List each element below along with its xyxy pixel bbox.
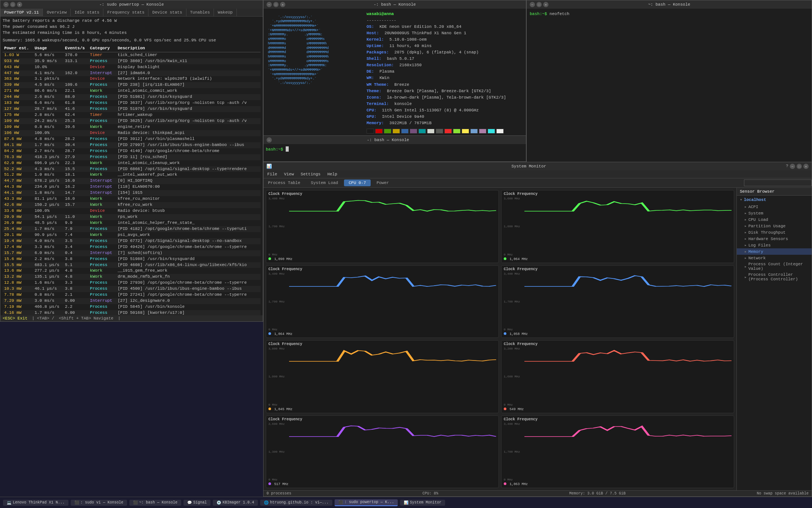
sysmon-close-btn[interactable]: ✕ — [803, 164, 809, 169]
sidebar-item-9[interactable]: ▸Network — [737, 255, 812, 261]
nf-val-15: 3922MiB / 7679MiB — [389, 120, 432, 126]
tab-wakeup[interactable]: WakeUp — [214, 9, 237, 16]
menu-view[interactable]: View — [282, 171, 295, 177]
taskbar-app-3[interactable]: 💬 Signal — [183, 500, 211, 506]
sysmon-win-controls[interactable]: ? ─ □ ✕ — [786, 164, 809, 169]
taskbar-app-7[interactable]: 📊 System Monitor — [400, 500, 445, 506]
taskbar-app-1[interactable]: ⬛ : sudo vi — Konsole — [71, 500, 127, 506]
y-max-0: 3,400 MHz — [268, 197, 288, 200]
cell-7-0: 244 mW — [3, 94, 33, 100]
freq-val-2: 1,064 MHz — [274, 332, 292, 336]
cell-20-0: 51.2 mW — [3, 172, 33, 178]
tab-cpu[interactable]: CPU 0-7 — [344, 179, 370, 186]
nf-val-11: la-brown-dark [Plasma], Tela-brown-dark … — [387, 94, 506, 101]
rp-win-controls[interactable]: ─ □ ✕ — [530, 2, 548, 7]
cell-35-2: 5.1 — [64, 262, 88, 268]
rp-maximize-btn[interactable]: □ — [536, 2, 542, 7]
cpu-graph-7: Clock Frequency 3,400 MHz 1,700 MHz 0 MH… — [501, 415, 734, 488]
menu-help[interactable]: Help — [326, 171, 339, 177]
sysmon-search-input[interactable] — [744, 179, 812, 186]
cpu-ylabels-5: 3,200 MHz 1,600 MHz 0 MHz — [504, 347, 524, 406]
statusbar-tab: | <TAB> / — [32, 316, 54, 321]
nf-close-btn[interactable]: ✕ — [280, 2, 285, 7]
cell-41-3: Interrupt — [88, 298, 116, 304]
bb-minimize-btn[interactable]: ─ — [267, 137, 272, 143]
color-block-10 — [453, 129, 461, 134]
taskbar-icon-3: 💬 — [187, 500, 192, 505]
freq-dot-4 — [268, 408, 271, 410]
tab-powertop-version[interactable]: PowerTOP v2.11 — [0, 9, 43, 16]
tab-tunables[interactable]: Tunables — [186, 9, 214, 16]
taskbar-app-2[interactable]: ⬛ ~: bash — Konsole — [129, 500, 181, 506]
window-controls[interactable]: ─ □ ✕ — [3, 2, 22, 7]
sidebar-item-3[interactable]: ▸CPU Load — [737, 216, 812, 223]
cell-19-0: 52.2 mW — [3, 166, 33, 172]
freq-dot-1 — [504, 257, 506, 260]
taskbar-icon-6: ⬛ — [338, 500, 343, 505]
taskbar-label-6: : sudo powertop — K... — [344, 500, 394, 504]
tab-process-table[interactable]: Process Table — [264, 179, 305, 186]
neofetch-win-controls[interactable]: ─ □ ✕ — [267, 2, 285, 7]
nf-val-0: KDE neon User Edition 5.20 x86_64 — [379, 24, 461, 30]
sidebar-item-10[interactable]: ▸Process Count (Integer Value) — [737, 261, 812, 272]
bb-win-controls[interactable]: ─ — [267, 137, 272, 143]
sidebar-item-0[interactable]: ▾localhost — [737, 196, 812, 204]
tab-system-load[interactable]: System Load — [306, 179, 343, 186]
cell-11-2: 25.3 — [64, 118, 88, 124]
tab-overview[interactable]: Overview — [43, 9, 71, 16]
tab-device-stats[interactable]: Device stats — [148, 9, 186, 16]
close-btn[interactable]: ✕ — [17, 2, 22, 7]
menu-file[interactable]: File — [266, 171, 279, 177]
sysmon-minimize-btn[interactable]: ─ — [790, 164, 795, 169]
sidebar-item-7[interactable]: ▸Log Files — [737, 242, 812, 248]
tab-idle-stats[interactable]: Idle stats — [71, 9, 103, 16]
taskbar-app-5[interactable]: 🌐 htruong.github.io : vi—... — [260, 500, 332, 506]
cell-18-1: 696.9 µs/s — [33, 160, 64, 166]
cpu-freq-label-1: 1,064 MHz — [504, 257, 732, 261]
minimize-btn[interactable]: ─ — [3, 2, 9, 7]
rp-minimize-btn[interactable]: ─ — [530, 2, 535, 7]
y-mid-2: 1,700 MHz — [268, 300, 288, 303]
cell-31-2: 3.5 — [64, 238, 88, 244]
sysmon-maximize-btn[interactable]: □ — [797, 164, 802, 169]
sidebar-item-6[interactable]: ▸Hardware Sensors — [737, 236, 812, 242]
cell-19-4: [PID 6866] /opt/Signal/signal-desktop --… — [116, 166, 261, 172]
taskbar-app-6[interactable]: ⬛ : sudo powertop — K... — [335, 499, 398, 506]
cell-5-0: 339 mW — [3, 82, 33, 88]
table-row: 109 mW24.2 ms/s25.3Process[PID 3625] /us… — [3, 118, 261, 124]
right-panel-titlebar: ─ □ ✕ ~: bash — Konsole — [527, 0, 812, 9]
taskbar-app-0[interactable]: 💻 Lenovo ThinkPad X1 N... — [3, 500, 68, 506]
nf-minimize-btn[interactable]: ─ — [267, 2, 272, 7]
sidebar-item-11[interactable]: ▸Process Controller (Process Controller) — [737, 272, 812, 282]
cell-21-2: 16.0 — [64, 178, 88, 184]
nf-val-7: Plasma — [379, 68, 394, 75]
cell-38-4: [PID 27930] /opt/google/chrome-beta/chro… — [116, 280, 261, 286]
cell-32-2: 3.4 — [64, 244, 88, 250]
sysmon-help-btn[interactable]: ? — [786, 164, 788, 169]
sidebar-item-1[interactable]: ▸ACPI — [737, 204, 812, 210]
col-category: Category — [88, 45, 116, 52]
sidebar-item-2[interactable]: ▸System — [737, 210, 812, 216]
cell-40-2: 2.1 — [64, 292, 88, 298]
cell-29-2: 7.9 — [64, 226, 88, 232]
tab-frequency-stats[interactable]: Frequency stats — [103, 9, 148, 16]
taskbar-app-4[interactable]: 💿 KBImager 1.0.4 — [213, 500, 258, 506]
sidebar-item-8[interactable]: ▸Memory — [737, 248, 812, 255]
y-min-4: 0 MHz — [268, 403, 288, 406]
sidebar-item-5[interactable]: ▸Disk Throughput — [737, 229, 812, 236]
sidebar-item-4[interactable]: ▸Partition Usage — [737, 223, 812, 229]
sidebar-label-4: Partition Usage — [748, 224, 786, 228]
maximize-btn[interactable]: □ — [10, 2, 15, 7]
nf-key-12: Terminal: — [367, 101, 389, 107]
cell-37-3: kWork — [88, 274, 116, 280]
cpu-graph-body-7: 3,400 MHz 1,700 MHz 0 MHz — [504, 422, 732, 482]
y-mid-5: 1,600 MHz — [504, 375, 523, 378]
rp-close-btn[interactable]: ✕ — [543, 2, 548, 7]
cpu-freq-label-7: 1,063 MHz — [504, 482, 732, 486]
cell-20-4: __intel_wakeref_put_work — [116, 172, 261, 178]
nf-maximize-btn[interactable]: □ — [273, 2, 279, 7]
tab-power[interactable]: Power — [372, 179, 394, 186]
table-row: 13.6 mW277.2 µs/s4.8kWork__i915_gem_free… — [3, 268, 261, 274]
menu-settings[interactable]: Settings — [299, 171, 322, 177]
cell-14-1: 4.8 ms/s — [33, 136, 64, 142]
